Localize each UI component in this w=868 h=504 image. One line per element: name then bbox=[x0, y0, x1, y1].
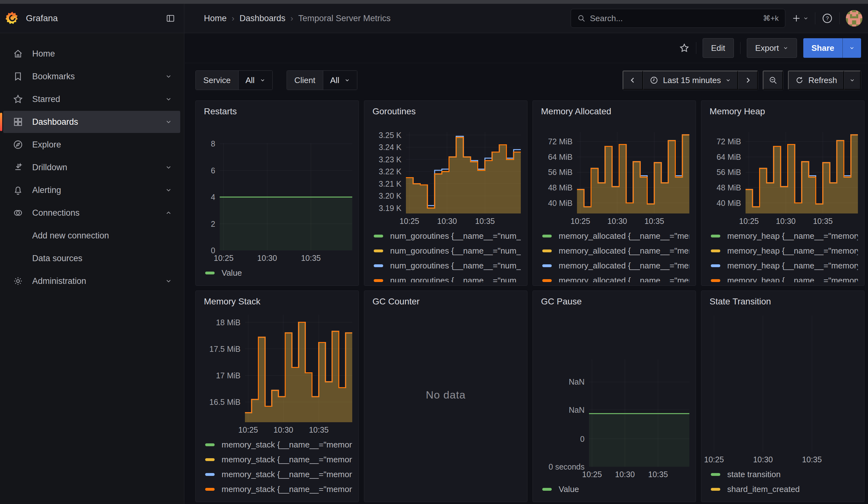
favorite-star-icon[interactable] bbox=[679, 43, 690, 53]
sidebar-item-starred[interactable]: Starred bbox=[3, 88, 180, 110]
chevron-down-icon[interactable] bbox=[165, 73, 172, 80]
panel-title[interactable]: GC Pause bbox=[541, 297, 689, 307]
legend-label[interactable]: memory_allocated {__name__="memo bbox=[559, 246, 689, 256]
legend-item[interactable]: memory_stack {__name__="memory_s bbox=[205, 484, 352, 495]
panel-title[interactable]: Memory Heap bbox=[710, 106, 858, 116]
service-filter-value[interactable]: All bbox=[239, 71, 272, 90]
zoom-out-button[interactable] bbox=[763, 71, 783, 90]
sidebar-item-home[interactable]: Home bbox=[3, 43, 180, 65]
breadcrumb-home[interactable]: Home bbox=[204, 13, 227, 23]
legend-item[interactable]: memory_allocated {__name__="memo bbox=[542, 260, 689, 271]
chart-plot[interactable] bbox=[745, 132, 858, 214]
legend-item[interactable]: memory_heap {__name__="memory_h bbox=[711, 230, 858, 241]
time-shift-forward-button[interactable] bbox=[738, 71, 758, 90]
legend-label[interactable]: memory_stack {__name__="memory_s bbox=[221, 484, 352, 494]
help-button[interactable]: ? bbox=[822, 13, 833, 24]
panel-grid: Restarts 86420 10:2510:3010:35 Value Gor… bbox=[195, 101, 868, 502]
sidebar-item-add-new-connection[interactable]: Add new connection bbox=[3, 225, 180, 247]
client-filter-value[interactable]: All bbox=[323, 71, 357, 90]
refresh-button[interactable]: Refresh bbox=[788, 71, 844, 90]
chevron-down-icon[interactable] bbox=[165, 96, 172, 103]
legend-item[interactable]: memory_allocated {__name__="memo bbox=[542, 245, 689, 256]
legend-label[interactable]: Value bbox=[221, 268, 242, 278]
chevron-down-icon[interactable] bbox=[165, 278, 172, 285]
legend-label[interactable]: memory_heap {__name__="memory_h bbox=[727, 261, 858, 271]
chart-plot[interactable] bbox=[220, 143, 352, 250]
chevron-up-icon[interactable] bbox=[165, 209, 172, 216]
legend-label[interactable]: memory_heap {__name__="memory_h bbox=[727, 246, 858, 256]
panel-title[interactable]: GC Counter bbox=[372, 297, 521, 307]
legend-label[interactable]: memory_stack {__name__="memory_s bbox=[221, 440, 352, 450]
sidebar-item-explore[interactable]: Explore bbox=[3, 134, 180, 156]
legend-label[interactable]: shard_item_created bbox=[727, 484, 800, 494]
sidebar-item-data-sources[interactable]: Data sources bbox=[3, 247, 180, 269]
legend-item[interactable]: memory_allocated {__name__="memo bbox=[542, 230, 689, 241]
legend-label[interactable]: state transition bbox=[727, 470, 781, 480]
sidebar-item-drilldown[interactable]: Drilldown bbox=[3, 156, 180, 178]
chevron-down-icon[interactable] bbox=[165, 187, 172, 194]
legend-item[interactable]: num_goroutines {__name__="num_go bbox=[374, 260, 521, 271]
brand-zone: Grafana bbox=[0, 4, 184, 33]
legend-label[interactable]: memory_heap {__name__="memory_h bbox=[727, 231, 858, 241]
time-range-picker[interactable]: Last 15 minutes bbox=[643, 71, 738, 90]
grafana-logo-icon bbox=[6, 11, 19, 25]
legend-item[interactable]: memory_stack {__name__="memory_s bbox=[205, 469, 352, 480]
client-filter: Client All bbox=[287, 70, 357, 90]
legend-item[interactable]: num_goroutines {__name__="num_go bbox=[374, 245, 521, 256]
refresh-interval-button[interactable] bbox=[844, 71, 861, 90]
chevron-down-icon[interactable] bbox=[165, 164, 172, 171]
panel-title[interactable]: Goroutines bbox=[372, 106, 521, 116]
add-new-button[interactable] bbox=[792, 13, 809, 23]
legend-label[interactable]: num_goroutines {__name__="num_go bbox=[390, 246, 521, 256]
legend-item[interactable]: memory_stack {__name__="memory_s bbox=[205, 454, 352, 465]
chart-plot[interactable] bbox=[245, 315, 352, 422]
chart-plot[interactable] bbox=[577, 132, 689, 214]
panel-title[interactable]: Memory Allocated bbox=[541, 106, 689, 116]
legend-item[interactable]: memory_stack {__name__="memory_s bbox=[205, 439, 352, 450]
chart-plot[interactable] bbox=[406, 132, 521, 214]
legend-item[interactable]: memory_heap {__name__="memory_h bbox=[711, 245, 858, 256]
legend-label[interactable]: num_goroutines {__name__="num_go bbox=[390, 276, 521, 282]
user-avatar[interactable] bbox=[846, 10, 862, 27]
legend-label[interactable]: memory_stack {__name__="memory_s bbox=[221, 470, 352, 480]
chevron-down-icon[interactable] bbox=[165, 119, 172, 125]
sidebar-item-alerting[interactable]: Alerting bbox=[3, 179, 180, 201]
legend-item[interactable]: num_goroutines {__name__="num_go bbox=[374, 230, 521, 241]
legend-label[interactable]: num_goroutines {__name__="num_go bbox=[390, 231, 521, 241]
legend-item[interactable]: memory_heap {__name__="memory_h bbox=[711, 260, 858, 271]
sidebar-item-bookmarks[interactable]: Bookmarks bbox=[3, 65, 180, 88]
y-axis-tick-label: 72 MiB bbox=[701, 137, 741, 146]
sidebar-item-connections[interactable]: Connections bbox=[3, 202, 180, 224]
search-input[interactable]: Search... ⌘+k bbox=[571, 9, 785, 28]
share-button[interactable]: Share bbox=[803, 38, 843, 58]
edit-button[interactable]: Edit bbox=[703, 38, 734, 58]
panel-title[interactable]: Memory Stack bbox=[204, 297, 352, 307]
panel-title[interactable]: Restarts bbox=[204, 106, 352, 116]
panel-title[interactable]: State Transition bbox=[710, 297, 858, 307]
chart-plot[interactable] bbox=[710, 316, 858, 452]
sidebar-item-administration[interactable]: Administration bbox=[3, 270, 180, 292]
share-options-button[interactable] bbox=[843, 38, 861, 58]
legend-item[interactable]: state transition bbox=[711, 469, 858, 480]
breadcrumb-dashboards[interactable]: Dashboards bbox=[240, 13, 286, 23]
legend-item[interactable]: num_goroutines {__name__="num_go bbox=[374, 275, 521, 282]
legend-label[interactable]: memory_heap {__name__="memory_h bbox=[727, 276, 858, 282]
legend-item[interactable]: Value bbox=[205, 267, 352, 278]
x-axis: 10:2510:3010:35 bbox=[577, 214, 689, 229]
sidebar-item-dashboards[interactable]: Dashboards bbox=[3, 111, 180, 133]
time-shift-back-button[interactable] bbox=[623, 71, 643, 90]
legend-item[interactable]: memory_heap {__name__="memory_h bbox=[711, 275, 858, 282]
legend-label[interactable]: memory_stack {__name__="memory_s bbox=[221, 455, 352, 464]
dock-sidebar-icon[interactable] bbox=[165, 13, 176, 23]
panel-memory-allocated: Memory Allocated 72 MiB64 MiB56 MiB48 Mi… bbox=[533, 101, 696, 286]
legend-item[interactable]: memory_allocated {__name__="memo bbox=[542, 275, 689, 282]
legend-label[interactable]: memory_allocated {__name__="memo bbox=[559, 276, 689, 282]
legend-label[interactable]: memory_allocated {__name__="memo bbox=[559, 261, 689, 271]
legend-label[interactable]: num_goroutines {__name__="num_go bbox=[390, 261, 521, 271]
legend-item[interactable]: Value bbox=[542, 484, 689, 495]
legend-item[interactable]: shard_item_created bbox=[711, 484, 858, 495]
legend-label[interactable]: memory_allocated {__name__="memo bbox=[559, 231, 689, 241]
legend-label[interactable]: Value bbox=[559, 484, 579, 494]
export-button[interactable]: Export bbox=[747, 38, 797, 58]
chart-plot[interactable] bbox=[589, 359, 689, 467]
